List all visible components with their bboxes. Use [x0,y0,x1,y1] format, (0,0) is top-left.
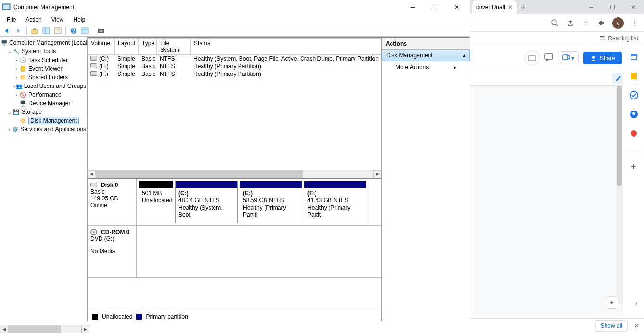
explore-button[interactable]: ✦ [606,296,618,309]
keep-icon[interactable] [629,71,639,81]
actions-more[interactable]: More Actions ▸ [382,61,470,74]
extensions-icon[interactable] [597,19,606,27]
col-filesystem[interactable]: File System [157,38,190,54]
tab-close-icon[interactable]: ✕ [508,4,513,11]
partition-unallocated[interactable]: 501 MB Unallocated [139,181,173,223]
browser-tabstrip: cover Unall ✕ + ─ ☐ ✕ [470,0,644,14]
center-pane: Volume Layout Type File System Status (C… [88,37,382,321]
reading-list-icon[interactable]: ☰ [600,35,605,42]
window-title: Computer Management [13,4,402,11]
tree-local-users[interactable]: ›👥Local Users and Groups [0,82,87,90]
tree-scroll-right[interactable]: ▶ [81,325,89,333]
browser-maximize[interactable]: ☐ [602,0,623,14]
actions-title: Actions [382,38,470,49]
partition-c[interactable]: (C:) 48.34 GB NTFS Healthy (System, Boot… [175,181,238,223]
legend-unalloc-swatch [92,314,98,320]
comments-icon[interactable] [544,53,553,62]
show-all-button[interactable]: Show all [595,320,628,332]
tree-hscroll[interactable]: ◀ ▶ [0,325,89,333]
tasks-icon[interactable] [629,90,639,100]
partition-f[interactable]: (F:) 41.63 GB NTFS Healthy (Primary Part… [304,181,366,223]
col-status[interactable]: Status [190,38,381,54]
scroll-thumb[interactable] [96,170,303,178]
share-button[interactable]: Share [583,52,622,64]
new-tab-button[interactable]: + [517,0,530,14]
forward-button[interactable] [13,26,24,36]
tree-root[interactable]: 🖥️Computer Management (Local [0,38,87,47]
settings-button[interactable] [96,26,106,36]
tree-scroll-thumb[interactable] [8,325,61,333]
actions-section[interactable]: Disk Management ▴ [382,49,470,61]
tree-storage[interactable]: ⌄💾Storage [0,108,87,116]
partition-e[interactable]: (E:) 58.59 GB NTFS Healthy (Primary Part… [240,181,302,223]
collapse-icon: ▴ [463,52,466,59]
bookmark-star-icon[interactable]: ☆ [581,19,590,27]
col-layout[interactable]: Layout [114,38,139,54]
minimize-button[interactable]: ─ [402,0,424,14]
volume-row[interactable]: (E:) Simple Basic NTFS Healthy (Primary … [88,62,381,70]
close-button[interactable]: ✕ [446,0,468,14]
volume-row[interactable]: (C:) Simple Basic NTFS Healthy (System, … [88,55,381,62]
tree-device-manager[interactable]: 🖥️Device Manager [0,99,87,108]
docs-vscroll[interactable] [616,86,623,304]
browser-close[interactable]: ✕ [623,0,644,14]
properties-button[interactable] [52,26,63,36]
docs-vscroll-thumb[interactable] [617,86,622,186]
kebab-menu-icon[interactable]: ⋮ [631,19,639,27]
up-button[interactable] [29,26,40,36]
browser-tab[interactable]: cover Unall ✕ [472,0,517,14]
cdrom-row[interactable]: CD-ROM 0 DVD (G:) No Media [88,226,381,278]
legend-unalloc-label: Unallocated [102,313,132,320]
scroll-right-button[interactable]: ▶ [373,170,381,178]
svg-rect-9 [82,28,88,34]
side-panel-toggle[interactable]: › [631,297,642,309]
present-icon[interactable] [524,50,540,66]
legend-primary-swatch [136,314,142,320]
menu-help[interactable]: Help [69,15,90,24]
downloads-close-icon[interactable]: ✕ [634,322,639,329]
browser-minimize[interactable]: ─ [581,0,602,14]
zoom-icon[interactable] [551,19,559,27]
tree-shared-folders[interactable]: ›📁Shared Folders [0,73,87,82]
share-url-icon[interactable] [566,19,575,27]
tree-disk-management[interactable]: 📀Disk Management [0,116,87,125]
add-addon-icon[interactable]: + [629,162,639,172]
calendar-icon[interactable] [629,52,639,62]
docs-editbar: ▾ ︿ [470,71,644,86]
maps-icon[interactable] [629,129,639,138]
tree-scroll-left[interactable]: ◀ [0,325,8,333]
disk-icon [90,183,97,187]
docs-header: ▾ Share V [470,45,644,71]
volume-table: Volume Layout Type File System Status (C… [88,38,381,178]
disk0-header: Disk 0 Basic 149.05 GB Online [88,179,137,225]
tree-event-viewer[interactable]: ›📒Event Viewer [0,64,87,73]
col-type[interactable]: Type [139,38,157,54]
reading-list-label[interactable]: Reading list [608,35,638,42]
view-list-button[interactable] [80,26,90,36]
svg-rect-6 [55,29,60,30]
contacts-icon[interactable] [629,110,639,119]
help-button[interactable]: ? [68,26,79,36]
menu-action[interactable]: Action [21,15,46,24]
show-hide-tree-button[interactable] [41,26,51,36]
profile-avatar[interactable]: V [612,17,624,29]
tree-performance[interactable]: ›🚫Performance [0,90,87,99]
col-volume[interactable]: Volume [88,38,114,54]
bookmarks-bar: ☰ Reading list [470,32,644,45]
drive-icon [90,71,97,76]
tree-services-apps[interactable]: ›⚙️Services and Applications [0,125,87,134]
disk0-row[interactable]: Disk 0 Basic 149.05 GB Online 501 MB Una… [88,179,381,226]
back-button[interactable] [2,26,13,36]
scroll-track[interactable] [96,170,373,178]
menu-view[interactable]: View [47,15,69,24]
tree-system-tools[interactable]: ⌄🔧System Tools [0,47,87,56]
tree-task-scheduler[interactable]: ›🕒Task Scheduler [0,56,87,64]
svg-rect-2 [32,30,38,34]
scroll-left-button[interactable]: ◀ [88,170,96,178]
menu-file[interactable]: File [2,15,21,24]
downloads-bar: Show all ✕ [470,318,644,333]
svg-rect-1 [3,5,9,9]
meet-button[interactable]: ▾ [558,51,579,64]
volume-row[interactable]: (F:) Simple Basic NTFS Healthy (Primary … [88,70,381,78]
maximize-button[interactable]: ☐ [424,0,446,14]
